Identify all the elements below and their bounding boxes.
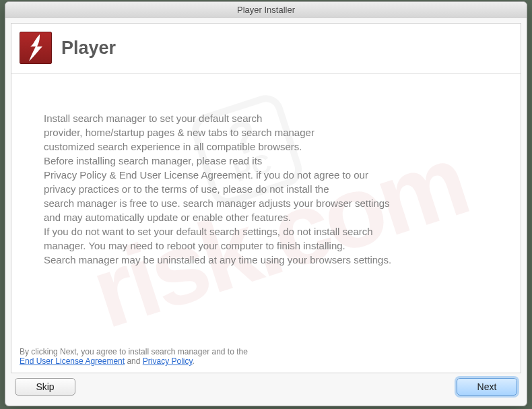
button-bar: Skip Next [11, 373, 521, 400]
app-name: Player [61, 38, 116, 59]
eula-link[interactable]: End User License Agreement [20, 356, 125, 366]
privacy-link[interactable]: Privacy Policy [143, 356, 193, 366]
footer-disclaimer: By clicking Next, you agree to install s… [11, 342, 521, 373]
next-button[interactable]: Next [457, 378, 517, 396]
window-title: Player Installer [237, 5, 295, 15]
footer-and: and [125, 356, 143, 366]
footer-suffix: . [193, 356, 195, 366]
header: Player [11, 24, 521, 74]
content-area: ? PC risk.com Player Install search mana… [5, 18, 527, 406]
inner-panel: ? PC risk.com Player Install search mana… [11, 23, 521, 373]
footer-prefix: By clicking Next, you agree to install s… [20, 347, 248, 356]
body-text: Install search manager to set your defau… [44, 111, 488, 267]
body-area: Install search manager to set your defau… [11, 74, 521, 342]
skip-button[interactable]: Skip [15, 378, 75, 396]
installer-window: Player Installer ? PC risk.com P [5, 1, 527, 406]
titlebar: Player Installer [5, 2, 527, 18]
flash-icon [20, 32, 52, 64]
